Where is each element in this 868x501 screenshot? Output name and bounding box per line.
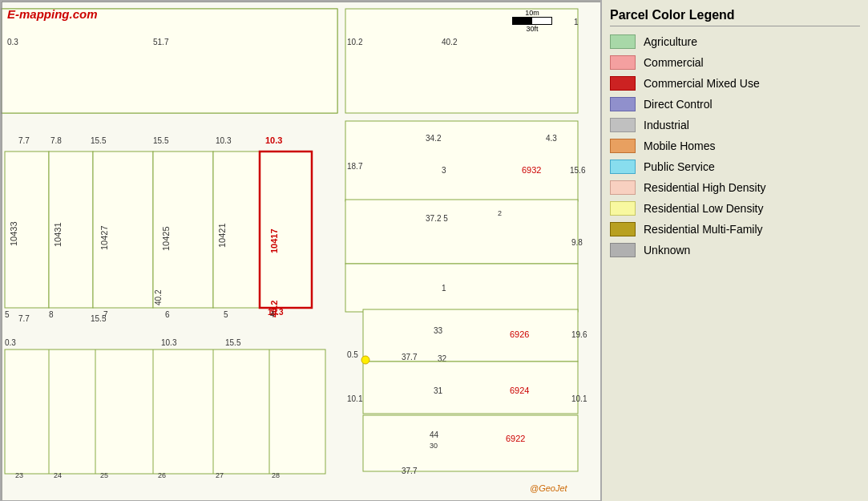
svg-text:7.8: 7.8 [50, 136, 62, 145]
legend-item: Residential Multi-Family [610, 222, 860, 236]
svg-point-83 [361, 356, 369, 364]
svg-text:5: 5 [5, 310, 10, 319]
svg-rect-64 [345, 264, 578, 312]
legend-label: Industrial [644, 119, 689, 131]
svg-text:26: 26 [158, 471, 166, 479]
svg-rect-41 [5, 349, 325, 474]
svg-text:34.2: 34.2 [426, 134, 442, 143]
legend-label: Residential Multi-Family [644, 223, 763, 236]
legend-item: Mobile Homes [610, 139, 860, 153]
svg-text:7.7: 7.7 [18, 136, 30, 145]
svg-text:8: 8 [49, 310, 54, 319]
svg-rect-25 [260, 152, 312, 308]
legend-swatch [610, 160, 636, 174]
legend-label: Commercial [644, 56, 704, 69]
scale-top-label: 10m [525, 9, 539, 17]
legend-item: Public Service [610, 160, 860, 174]
legend-swatch [610, 243, 636, 257]
legend-item: Commercial Mixed Use [610, 76, 860, 91]
logo: E-mapping.com [7, 7, 98, 21]
legend-swatch [610, 55, 636, 70]
svg-text:15.5: 15.5 [91, 136, 107, 145]
legend-label: Residential Low Density [644, 202, 763, 215]
legend-item: Direct Control [610, 97, 860, 111]
scale-bar: 10m 30ft [512, 9, 552, 33]
svg-text:44: 44 [430, 430, 439, 439]
svg-text:15.5: 15.5 [91, 314, 107, 323]
svg-text:10.2: 10.2 [347, 38, 363, 46]
svg-rect-67 [363, 309, 578, 362]
legend-item: Industrial [610, 118, 860, 132]
legend-item: Residential Low Density [610, 201, 860, 216]
legend-label: Commercial Mixed Use [644, 77, 760, 90]
svg-text:10433: 10433 [9, 221, 18, 246]
legend-swatch [610, 118, 636, 132]
legend-swatch [610, 97, 636, 111]
svg-text:15.5: 15.5 [225, 338, 241, 347]
legend-panel: Parcel Color Legend AgricultureCommercia… [601, 0, 868, 501]
svg-text:10.3: 10.3 [216, 136, 232, 145]
svg-text:0.5: 0.5 [347, 350, 358, 359]
svg-rect-53 [345, 121, 578, 201]
legend-label: Unknown [644, 244, 690, 257]
svg-text:18.7: 18.7 [347, 162, 363, 171]
svg-text:30: 30 [430, 442, 438, 450]
svg-text:37.7: 37.7 [402, 353, 418, 362]
svg-text:10.1: 10.1 [347, 394, 363, 403]
svg-text:7.7: 7.7 [18, 314, 30, 323]
svg-text:6926: 6926 [510, 329, 529, 339]
legend-item: Agriculture [610, 34, 860, 49]
legend-label: Public Service [644, 160, 715, 173]
svg-text:40.2: 40.2 [154, 289, 163, 305]
svg-text:4.3: 4.3 [546, 134, 557, 143]
legend-swatch [610, 139, 636, 153]
svg-text:31: 31 [434, 386, 443, 395]
map-svg: 0.3 51.7 40.2 1 10.2 7.7 7.8 15.5 15.5 1… [1, 1, 601, 501]
svg-text:5: 5 [224, 310, 228, 319]
svg-text:10.1: 10.1 [571, 394, 587, 403]
svg-text:10.3: 10.3 [265, 135, 282, 145]
svg-text:6924: 6924 [510, 386, 529, 395]
svg-text:10417: 10417 [269, 228, 279, 253]
legend-item: Residential High Density [610, 180, 860, 195]
svg-rect-60 [345, 200, 578, 264]
svg-rect-2 [1, 9, 337, 113]
legend-label: Residential High Density [644, 181, 766, 194]
legend-item: Unknown [610, 243, 860, 257]
legend-swatch [610, 76, 636, 91]
svg-text:0.3: 0.3 [7, 38, 18, 46]
svg-text:15.6: 15.6 [570, 166, 586, 175]
svg-text:37.2 5: 37.2 5 [426, 214, 448, 223]
scale-bottom-label: 30ft [526, 25, 538, 33]
svg-text:10425: 10425 [161, 226, 171, 251]
svg-text:25: 25 [100, 471, 108, 479]
svg-text:4: 4 [270, 310, 275, 319]
legend-swatch [610, 180, 636, 195]
legend-item: Commercial [610, 55, 860, 70]
map-container: E-mapping.com 10m 30ft 0.3 51.7 40.2 1 1… [0, 0, 601, 501]
legend-swatch [610, 201, 636, 216]
legend-title: Parcel Color Legend [610, 8, 860, 26]
svg-text:1: 1 [574, 18, 579, 26]
svg-text:10.3: 10.3 [161, 338, 177, 347]
svg-text:0.3: 0.3 [5, 338, 16, 347]
svg-text:6922: 6922 [506, 434, 525, 443]
svg-text:27: 27 [216, 471, 224, 479]
svg-text:10427: 10427 [99, 225, 109, 250]
legend-label: Agriculture [644, 35, 697, 48]
svg-text:23: 23 [15, 471, 23, 479]
svg-text:19.6: 19.6 [571, 330, 587, 339]
scale-graphic [512, 17, 552, 25]
legend-label: Mobile Homes [644, 139, 715, 152]
svg-text:40.2: 40.2 [442, 38, 458, 46]
svg-text:10431: 10431 [53, 222, 63, 247]
svg-rect-78 [363, 415, 578, 471]
legend-label: Direct Control [644, 98, 713, 111]
svg-text:2: 2 [498, 209, 502, 217]
svg-rect-73 [363, 362, 578, 414]
svg-text:6: 6 [165, 310, 170, 319]
legend-swatch [610, 34, 636, 49]
svg-text:3: 3 [442, 166, 446, 175]
svg-text:6932: 6932 [522, 165, 541, 175]
svg-text:51.7: 51.7 [153, 38, 169, 46]
